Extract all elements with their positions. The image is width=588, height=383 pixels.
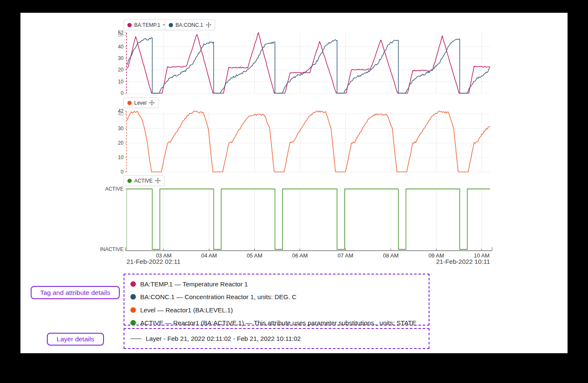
trend-display-card: BA:TEMP.1 BA:CONC.1 Level ACTIVE (20, 13, 568, 353)
legend-pill-label: BA:TEMP.1 (134, 22, 160, 28)
list-item: BA:TEMP.1 — Temperature Reactor 1 (130, 277, 423, 291)
y-axis-label: 40 (118, 111, 124, 117)
y-axis-label: 20 (118, 140, 124, 146)
start-timestamp: 21-Feb-2022 02:11 (127, 258, 180, 265)
series-line-ba-temp-1 (127, 33, 490, 93)
end-timestamp: 21-Feb-2022 10:11 (436, 258, 490, 265)
legend-pill-label: BA:CONC.1 (176, 22, 203, 28)
callout-label: Layer details (57, 335, 94, 343)
list-item: Level — Reactor1 (BA:LEVEL.1) (130, 303, 423, 317)
y-axis-label: INACTIVE (100, 246, 124, 252)
y-axis-label: 0 (121, 169, 124, 175)
series-color-dot (169, 23, 173, 27)
layer-details-box: Layer - Feb 21, 2022 02:11:02 - Feb 21, … (124, 328, 429, 349)
series-color-dot (130, 281, 136, 287)
layer-row: Layer - Feb 21, 2022 02:11:02 - Feb 21, … (124, 329, 429, 348)
legend-list: BA:TEMP.1 — Temperature Reactor 1 BA:CON… (124, 274, 429, 332)
callout-label: Tag and attribute details (40, 289, 110, 297)
trend-chart-canvas[interactable]: 525040302010042403020100ACTIVEINACTIVE03… (93, 29, 504, 264)
layer-text: Layer - Feb 21, 2022 02:11:02 - Feb 21, … (146, 335, 301, 342)
layer-details-callout: Layer details (47, 333, 104, 346)
move-icon[interactable] (206, 22, 211, 28)
legend-item-text: BA:CONC.1 — Concentration Reactor 1, uni… (140, 293, 297, 300)
y-axis-label: 50 (118, 32, 124, 38)
layer-line-swatch (130, 338, 141, 339)
list-item: ACTIVE — Reactor1 (BA:ACTIVE.1) — This a… (130, 317, 423, 330)
y-axis-label: 30 (118, 55, 124, 61)
series-color-dot (127, 23, 132, 27)
tag-details-callout: Tag and attribute details (31, 286, 120, 299)
series-line-active (127, 189, 490, 249)
y-axis-label: 30 (118, 126, 124, 131)
page-background: BA:TEMP.1 BA:CONC.1 Level ACTIVE (0, 0, 588, 383)
series-line-level (127, 111, 490, 172)
tag-attribute-details-box: BA:TEMP.1 — Temperature Reactor 1 BA:CON… (124, 274, 429, 326)
y-axis-label: 0 (121, 90, 124, 96)
series-line-ba-conc-1 (127, 37, 490, 93)
y-axis-label: ACTIVE (105, 186, 124, 192)
legend-item-text: BA:TEMP.1 — Temperature Reactor 1 (140, 280, 248, 288)
series-color-dot (130, 307, 136, 313)
y-axis-label: 10 (118, 154, 124, 160)
y-axis-label: 20 (118, 67, 124, 73)
y-axis-label: 40 (118, 44, 124, 50)
y-axis-label: 10 (118, 79, 124, 85)
list-item: BA:CONC.1 — Concentration Reactor 1, uni… (130, 291, 423, 304)
time-range-row: 21-Feb-2022 02:11 21-Feb-2022 10:11 (127, 258, 490, 265)
legend-item-text: Level — Reactor1 (BA:LEVEL.1) (140, 306, 233, 314)
series-color-dot (130, 320, 136, 326)
legend-item-text: ACTIVE — Reactor1 (BA:ACTIVE.1) — This a… (140, 319, 416, 326)
series-color-dot (130, 294, 136, 300)
